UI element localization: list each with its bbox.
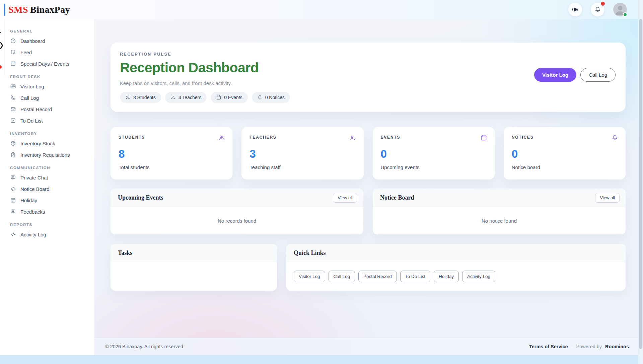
events-stat-card: EVENTS 0 Upcoming events bbox=[373, 127, 495, 179]
sidebar-item-special-days[interactable]: Special Days / Events bbox=[10, 58, 91, 69]
sidebar-item-label: Postal Record bbox=[20, 106, 52, 112]
note-icon bbox=[10, 49, 16, 55]
sidebar-item-feedbacks[interactable]: Feedbacks bbox=[10, 206, 91, 217]
notices-pill: 0 Notices bbox=[252, 92, 290, 103]
stat-label: NOTICES bbox=[512, 135, 618, 140]
scrollbar-thumb[interactable] bbox=[639, 19, 642, 349]
sidebar-item-postal-record[interactable]: Postal Record bbox=[10, 103, 91, 115]
notification-badge bbox=[601, 2, 605, 6]
sidebar-item-label: Inventory Stock bbox=[20, 141, 55, 146]
panel-title: Tasks bbox=[118, 249, 132, 257]
students-pill: 8 Students bbox=[120, 92, 161, 103]
online-status-dot bbox=[623, 12, 627, 17]
hero-pill-row: 8 Students 3 Teachers 0 Events bbox=[120, 92, 290, 103]
sidebar-item-label: Activity Log bbox=[20, 232, 46, 237]
activity-icon bbox=[10, 231, 16, 237]
user-check-icon bbox=[170, 95, 176, 100]
powered-by-text: Powered by bbox=[576, 344, 602, 349]
quick-link-holiday[interactable]: Holiday bbox=[434, 271, 459, 282]
notifications-button[interactable] bbox=[591, 3, 604, 16]
sidebar-item-dashboard[interactable]: Dashboard bbox=[10, 35, 91, 47]
pill-label: 8 Students bbox=[133, 95, 156, 100]
notice-board-panel: Notice Board View all No notice found bbox=[373, 189, 626, 234]
pill-label: 3 Teachers bbox=[178, 95, 201, 100]
sidebar-item-label: Special Days / Events bbox=[20, 61, 69, 67]
user-avatar[interactable] bbox=[613, 3, 627, 16]
events-pill: 0 Events bbox=[211, 92, 247, 103]
sidebar-item-call-log[interactable]: Call Log bbox=[10, 92, 91, 103]
sidebar-item-label: Inventory Requisitions bbox=[20, 152, 70, 158]
terms-of-service-link[interactable]: Terms of Service bbox=[529, 344, 568, 349]
panel-header: Notice Board View all bbox=[373, 189, 626, 207]
quick-link-postal-record[interactable]: Postal Record bbox=[358, 271, 397, 282]
sidebar-section-inventory: INVENTORY bbox=[10, 132, 91, 136]
empty-state-text: No records found bbox=[218, 218, 256, 224]
students-stat-card: STUDENTS 8 Total students bbox=[111, 127, 232, 179]
sidebar-item-label: Visitor Log bbox=[20, 84, 44, 89]
sidebar-item-feed[interactable]: Feed bbox=[10, 47, 91, 58]
stat-caption: Notice board bbox=[512, 164, 618, 170]
sidebar-item-inventory-stock[interactable]: Inventory Stock bbox=[10, 138, 91, 149]
sidebar: GENERAL Dashboard Feed Special Days / Ev… bbox=[0, 19, 95, 355]
hero-text-block: RECEPTION PULSE Reception Dashboard Keep… bbox=[120, 52, 290, 103]
quick-link-to-do-list[interactable]: To Do List bbox=[400, 271, 430, 282]
page-background-strip bbox=[0, 355, 643, 364]
app-screen: SMSBinaxPay GENERAL Dashboard bbox=[0, 0, 643, 364]
sidebar-section-front-desk: FRONT DESK bbox=[10, 75, 91, 79]
bell-icon bbox=[594, 6, 601, 13]
stats-row: STUDENTS 8 Total students TEACHERS 3 Tea… bbox=[111, 127, 626, 179]
edge-overlay-widget bbox=[0, 19, 5, 76]
phone-icon bbox=[10, 95, 16, 101]
view-all-notices-button[interactable]: View all bbox=[595, 193, 620, 203]
pill-label: 0 Notices bbox=[265, 95, 285, 100]
stat-caption: Total students bbox=[119, 164, 224, 170]
sidebar-item-inventory-requisitions[interactable]: Inventory Requisitions bbox=[10, 149, 91, 160]
quick-links-panel: Quick Links Visitor Log Call Log Postal … bbox=[286, 244, 626, 291]
calendar-icon bbox=[10, 61, 16, 67]
bottom-row: Tasks Quick Links Visitor Log Call Log P… bbox=[111, 244, 626, 291]
stat-value: 8 bbox=[119, 148, 224, 160]
sidebar-item-activity-log[interactable]: Activity Log bbox=[10, 229, 91, 240]
panel-body: No notice found bbox=[373, 207, 626, 234]
sidebar-item-notice-board[interactable]: Notice Board bbox=[10, 183, 91, 195]
view-all-events-button[interactable]: View all bbox=[333, 193, 357, 203]
sidebar-item-label: Feedbacks bbox=[20, 209, 45, 215]
sidebar-item-private-chat[interactable]: Private Chat bbox=[10, 172, 91, 183]
teachers-pill: 3 Teachers bbox=[165, 92, 207, 103]
quick-link-activity-log[interactable]: Activity Log bbox=[462, 271, 495, 282]
page-title: Reception Dashboard bbox=[120, 60, 290, 76]
panel-body: No records found bbox=[111, 207, 363, 234]
theme-toggle-button[interactable] bbox=[568, 3, 582, 16]
vendor-link[interactable]: Roominos bbox=[605, 344, 629, 349]
page-scrollbar[interactable] bbox=[638, 0, 643, 364]
sidebar-item-label: Dashboard bbox=[20, 38, 45, 44]
overlay-glyph bbox=[0, 32, 1, 33]
quick-link-visitor-log[interactable]: Visitor Log bbox=[294, 271, 325, 282]
notices-stat-card: NOTICES 0 Notice board bbox=[504, 127, 626, 179]
sidebar-item-to-do-list[interactable]: To Do List bbox=[10, 115, 91, 126]
theme-toggle-icon bbox=[572, 6, 579, 13]
upcoming-events-panel: Upcoming Events View all No records foun… bbox=[111, 189, 363, 234]
quick-link-call-log[interactable]: Call Log bbox=[329, 271, 355, 282]
copyright-text: © 2026 Binaxpay. All rights reserved. bbox=[105, 344, 185, 349]
sidebar-item-holiday[interactable]: Holiday bbox=[10, 195, 91, 206]
footer-separator: · bbox=[571, 344, 573, 349]
sidebar-section-communication: COMMUNICATION bbox=[10, 166, 91, 170]
package-icon bbox=[10, 140, 16, 146]
users-icon bbox=[218, 134, 225, 141]
sidebar-item-label: To Do List bbox=[20, 118, 43, 124]
footer: © 2026 Binaxpay. All rights reserved. Te… bbox=[95, 338, 643, 355]
brand-prefix: SMS bbox=[8, 4, 28, 15]
panels-row: Upcoming Events View all No records foun… bbox=[111, 189, 626, 234]
sidebar-item-label: Private Chat bbox=[20, 175, 48, 180]
top-bar-actions bbox=[568, 3, 627, 16]
brand-logo[interactable]: SMSBinaxPay bbox=[4, 4, 70, 16]
call-log-button[interactable]: Call Log bbox=[580, 68, 616, 82]
visitor-log-button[interactable]: Visitor Log bbox=[534, 68, 576, 82]
sidebar-item-label: Notice Board bbox=[20, 186, 50, 192]
sidebar-section-reports: REPORTS bbox=[10, 223, 91, 227]
stat-label: STUDENTS bbox=[119, 135, 224, 140]
sidebar-item-visitor-log[interactable]: Visitor Log bbox=[10, 81, 91, 92]
pill-label: 0 Events bbox=[224, 95, 242, 100]
brand-name: BinaxPay bbox=[30, 4, 70, 15]
